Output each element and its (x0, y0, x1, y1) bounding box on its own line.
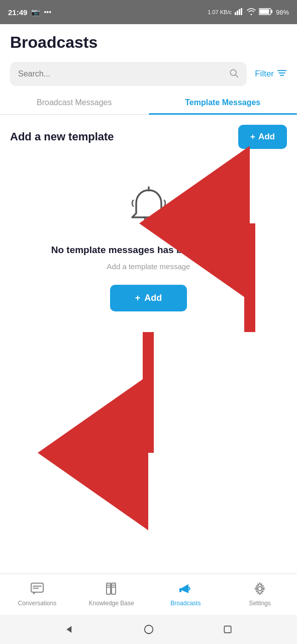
nav-item-settings[interactable]: Settings (223, 582, 297, 607)
search-input[interactable] (18, 69, 225, 78)
data-speed: 1.07 KB/c (208, 9, 232, 15)
search-icon (229, 68, 239, 80)
svg-rect-1 (237, 11, 238, 15)
svg-marker-28 (66, 626, 71, 632)
signal-icon (235, 8, 244, 17)
svg-rect-3 (241, 8, 242, 15)
settings-icon (253, 582, 266, 597)
nav-item-broadcasts[interactable]: Broadcasts (149, 582, 223, 607)
nav-broadcasts-label: Broadcasts (170, 600, 201, 607)
filter-icon (277, 69, 287, 79)
svg-rect-6 (271, 10, 272, 13)
android-back-button[interactable] (62, 622, 77, 637)
conversations-icon (30, 582, 44, 597)
video-icon: 📷 (31, 8, 40, 16)
svg-line-8 (236, 75, 238, 77)
status-time: 21:49 (8, 8, 27, 17)
empty-title: No template messages has been added yet (51, 244, 246, 257)
filter-label: Filter (255, 69, 274, 79)
tab-broadcast-messages[interactable]: Broadcast Messages (0, 91, 149, 114)
tab-broadcast-messages-label: Broadcast Messages (37, 98, 112, 107)
tab-template-messages-label: Template Messages (185, 98, 260, 107)
svg-rect-26 (179, 588, 181, 592)
svg-rect-2 (239, 9, 240, 15)
knowledge-base-icon (105, 582, 119, 597)
tabs-row: Broadcast Messages Template Messages (0, 91, 297, 115)
dots-icon: ••• (44, 8, 51, 16)
add-btn-top-label: Add (258, 132, 275, 142)
add-icon-top: + (250, 132, 255, 142)
nav-item-knowledge-base[interactable]: Knowledge Base (74, 582, 149, 607)
nav-conversations-label: Conversations (18, 600, 57, 607)
empty-state: No template messages has been added yet … (10, 164, 287, 321)
search-box (10, 62, 247, 86)
add-template-button-bottom[interactable]: + Add (110, 285, 187, 311)
add-template-row: Add a new template + Add (10, 125, 287, 149)
svg-point-29 (144, 625, 153, 634)
status-bar: 21:49 📷 ••• 1.07 KB/c (0, 0, 297, 24)
add-btn-bottom-label: Add (144, 293, 162, 303)
svg-rect-30 (224, 626, 231, 632)
bell-icon (126, 184, 171, 231)
android-recents-button[interactable] (220, 622, 235, 637)
android-home-button[interactable] (141, 622, 156, 637)
android-nav-bar (0, 615, 297, 644)
content-area: Add a new template + Add No template mes… (0, 115, 297, 332)
svg-rect-0 (235, 12, 236, 15)
tab-template-messages[interactable]: Template Messages (149, 91, 298, 114)
search-filter-row: Filter (0, 57, 297, 91)
empty-subtitle: Add a template message (107, 262, 190, 271)
battery-percent: 98% (276, 9, 289, 16)
add-icon-bottom: + (135, 293, 141, 303)
filter-button[interactable]: Filter (255, 69, 287, 79)
broadcasts-icon (178, 582, 192, 597)
page-title: Broadcasts (10, 33, 287, 52)
svg-point-27 (258, 587, 262, 591)
battery-icon (259, 8, 273, 17)
nav-settings-label: Settings (249, 600, 270, 607)
add-template-button-top[interactable]: + Add (238, 125, 287, 149)
page-header: Broadcasts (0, 24, 297, 57)
nav-knowledge-base-label: Knowledge Base (89, 600, 134, 607)
svg-rect-5 (259, 9, 269, 14)
bottom-nav: Conversations Knowledge Base Broadcasts (0, 574, 297, 614)
add-template-title: Add a new template (10, 130, 114, 143)
wifi-icon (247, 8, 256, 17)
nav-item-conversations[interactable]: Conversations (0, 582, 74, 607)
